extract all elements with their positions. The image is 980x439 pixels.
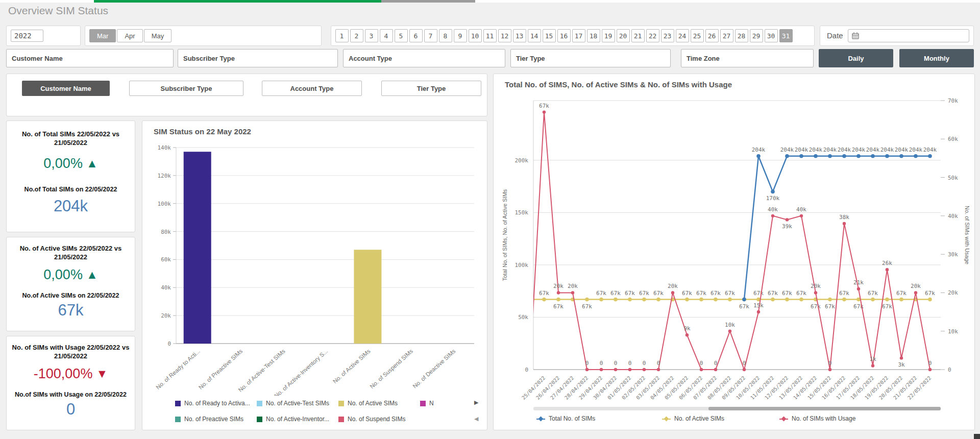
legend-prev-icon[interactable]: ◀ [474, 416, 478, 422]
data-point[interactable] [714, 368, 717, 371]
day-button-5[interactable]: 5 [395, 29, 408, 42]
filter-tier-type[interactable]: Tier Type [510, 49, 671, 67]
filter-customer-name[interactable]: Customer Name [6, 49, 174, 67]
data-point[interactable] [886, 268, 889, 271]
data-point[interactable] [928, 298, 932, 302]
data-point[interactable] [571, 291, 574, 294]
data-point[interactable] [771, 190, 775, 194]
data-point[interactable] [885, 298, 889, 302]
data-point[interactable] [585, 368, 589, 371]
data-point[interactable] [643, 368, 646, 371]
data-point[interactable] [685, 298, 689, 302]
data-point[interactable] [871, 298, 875, 302]
data-point[interactable] [628, 298, 632, 302]
data-point[interactable] [543, 110, 546, 113]
legend-item-no-of-active-inventor[interactable]: No. of Active-Inventor... [257, 416, 329, 423]
tab-customer-name[interactable]: Customer Name [22, 81, 110, 96]
data-point[interactable] [914, 154, 918, 158]
data-point[interactable] [899, 298, 903, 302]
data-point[interactable] [842, 154, 846, 158]
month-button-mar[interactable]: Mar [89, 29, 116, 42]
legend-item-n[interactable]: N [420, 400, 434, 407]
month-button-may[interactable]: May [144, 29, 172, 42]
filter-time-zone[interactable]: Time Zone [681, 49, 814, 67]
bar-no-of-ready-to-acti[interactable] [184, 152, 211, 344]
day-button-25[interactable]: 25 [691, 29, 704, 42]
day-button-27[interactable]: 27 [720, 29, 733, 42]
data-point[interactable] [799, 154, 803, 158]
data-point[interactable] [914, 291, 917, 294]
day-button-29[interactable]: 29 [750, 29, 763, 42]
data-point[interactable] [871, 154, 875, 158]
data-point[interactable] [656, 298, 660, 302]
data-point[interactable] [728, 330, 731, 333]
data-point[interactable] [642, 298, 646, 302]
legend-item-no-of-suspend-sims[interactable]: No. of Suspend SIMs [338, 416, 405, 423]
day-button-20[interactable]: 20 [617, 29, 630, 42]
day-button-26[interactable]: 26 [705, 29, 719, 42]
data-point[interactable] [857, 287, 860, 290]
day-button-21[interactable]: 21 [631, 29, 645, 42]
kpi-card-1[interactable]: No. of Active SIMs 22/05/2022 vs 21/05/2… [6, 237, 135, 331]
day-button-28[interactable]: 28 [735, 29, 748, 42]
data-point[interactable] [556, 298, 560, 302]
data-point[interactable] [928, 154, 932, 158]
day-button-11[interactable]: 11 [483, 29, 497, 42]
day-button-6[interactable]: 6 [409, 29, 423, 42]
data-point[interactable] [743, 368, 746, 371]
data-point[interactable] [771, 214, 774, 217]
day-button-18[interactable]: 18 [587, 29, 600, 42]
data-point[interactable] [885, 154, 889, 158]
data-point[interactable] [771, 298, 775, 302]
legend-next-icon[interactable]: ▶ [474, 399, 478, 406]
data-point[interactable] [828, 154, 832, 158]
legend-item-no-of-active-test-sims[interactable]: No. of Active-Test SIMs [257, 400, 329, 407]
legend-item-no-of-sims-with-usage[interactable]: No. of SIMs with Usage [779, 415, 855, 422]
data-point[interactable] [842, 298, 846, 302]
year-input[interactable]: 2022 [11, 30, 43, 42]
day-button-4[interactable]: 4 [380, 29, 393, 42]
data-point[interactable] [757, 310, 760, 313]
data-point[interactable] [671, 291, 674, 294]
day-button-2[interactable]: 2 [350, 29, 363, 42]
data-point[interactable] [799, 298, 803, 302]
day-button-22[interactable]: 22 [646, 29, 659, 42]
day-button-31[interactable]: 31 [779, 29, 793, 42]
legend-item-total-no-of-sims[interactable]: Total No. of SIMs [536, 415, 595, 422]
data-point[interactable] [557, 291, 560, 294]
data-point[interactable] [585, 298, 589, 302]
data-point[interactable] [685, 333, 689, 336]
kpi-card-2[interactable]: No. of SIMs with Usage 22/05/2022 vs 21/… [6, 336, 135, 430]
data-point[interactable] [599, 298, 603, 302]
day-button-10[interactable]: 10 [469, 29, 482, 42]
day-button-12[interactable]: 12 [498, 29, 511, 42]
filter-subscriber-type[interactable]: Subscriber Type [178, 49, 338, 67]
legend-item-no-of-preactive-sims[interactable]: No. of Preactive SIMs [175, 416, 243, 423]
day-button-1[interactable]: 1 [335, 29, 349, 42]
day-button-15[interactable]: 15 [543, 29, 556, 42]
data-point[interactable] [714, 298, 718, 302]
data-point[interactable] [785, 298, 789, 302]
granularity-button-monthly[interactable]: Monthly [899, 49, 974, 67]
tab-tier-type[interactable]: Tier Type [381, 81, 481, 96]
data-point[interactable] [657, 368, 660, 371]
day-button-9[interactable]: 9 [454, 29, 467, 42]
data-point[interactable] [699, 298, 703, 302]
tab-account-type[interactable]: Account Type [262, 81, 362, 96]
data-point[interactable] [843, 222, 846, 225]
day-button-23[interactable]: 23 [661, 29, 674, 42]
data-point[interactable] [628, 368, 631, 371]
data-point[interactable] [928, 368, 932, 371]
legend-item-no-of-active-sims[interactable]: No. of Active SIMs [338, 400, 398, 407]
day-button-14[interactable]: 14 [528, 29, 541, 42]
data-point[interactable] [856, 154, 861, 158]
data-point[interactable] [614, 368, 617, 371]
data-point[interactable] [800, 214, 803, 217]
granularity-button-daily[interactable]: Daily [819, 49, 893, 67]
day-button-3[interactable]: 3 [365, 29, 378, 42]
date-input[interactable] [848, 29, 969, 42]
data-point[interactable] [899, 154, 903, 158]
bar-no-of-active-sims[interactable] [354, 250, 381, 344]
data-point[interactable] [756, 154, 761, 158]
day-button-24[interactable]: 24 [676, 29, 689, 42]
